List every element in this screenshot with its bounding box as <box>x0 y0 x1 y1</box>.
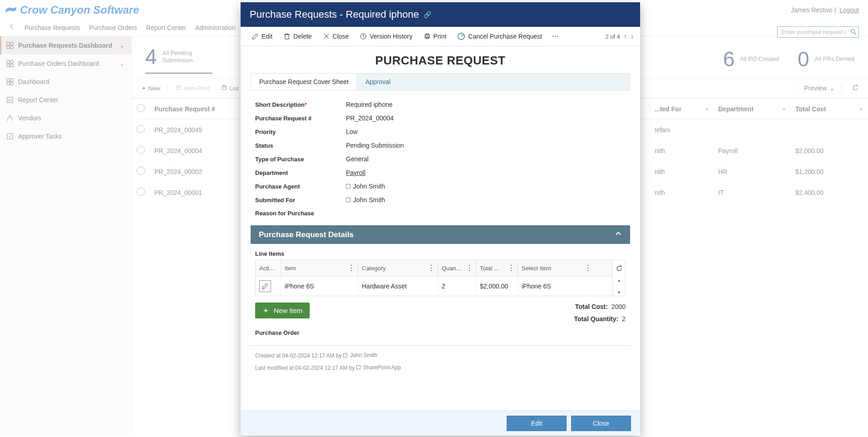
label-priority: Priority <box>255 129 346 135</box>
presence-icon <box>346 198 350 202</box>
total-qty-value: 2 <box>622 315 626 323</box>
label-for: Submitted For <box>255 197 346 204</box>
scroll-down-icon: ▾ <box>618 290 620 295</box>
new-item-button[interactable]: ＋New Item <box>255 303 310 318</box>
edit-row-icon[interactable] <box>259 280 271 292</box>
col-item[interactable]: Item⋮ <box>281 260 358 276</box>
cell-item: iPhone 6S <box>281 277 358 296</box>
edit-button[interactable]: Edit <box>247 31 277 42</box>
line-items-grid: Acti... Item⋮ Category⋮ Quan...⋮ Total .… <box>255 260 626 296</box>
column-menu-icon: ⋮ <box>584 266 592 270</box>
presence-icon <box>356 365 360 369</box>
value-type: General <box>346 155 626 163</box>
column-menu-icon: ⋮ <box>428 266 435 270</box>
pager: 2 of 4 ↑ ↓ <box>605 33 634 40</box>
print-button[interactable]: Print <box>419 31 451 42</box>
svg-rect-23 <box>285 35 289 39</box>
label-status: Status <box>255 142 346 149</box>
line-item-row[interactable]: iPhone 6S Hardware Asset 2 $2,000.00 iPh… <box>256 277 612 296</box>
cancel-pr-button[interactable]: Cancel Purchase Request <box>453 30 547 42</box>
presence-icon <box>346 184 350 189</box>
value-for: John Smith <box>346 196 626 204</box>
value-short-desc: Required iphone <box>346 101 626 108</box>
value-status: Pending Submission <box>346 142 626 149</box>
label-type: Type of Purchase <box>255 156 346 163</box>
pr-dialog: Purchase Requests - Required iphone 🔗 Ed… <box>241 2 640 436</box>
form-tabs: Purchase Request Cover Sheet Approval <box>251 73 630 90</box>
label-short-desc: Short Description <box>255 101 305 108</box>
column-menu-icon: ⋮ <box>508 266 515 270</box>
column-menu-icon: ⋮ <box>348 266 355 270</box>
meta-created: Created at 04-02-2024 12:17 AM by John S… <box>241 349 640 362</box>
tab-spacer <box>399 74 630 90</box>
version-history-button[interactable]: Version History <box>355 31 417 42</box>
col-total-cost[interactable]: Total ...⋮ <box>476 260 518 276</box>
form-title: PURCHASE REQUEST <box>241 54 640 68</box>
tab-approval[interactable]: Approval <box>357 74 399 90</box>
cell-cost: $2,000.00 <box>476 277 518 296</box>
dialog-footer: Edit Close <box>241 411 640 436</box>
col-category[interactable]: Category⋮ <box>358 260 438 276</box>
value-pr-num: PR_2024_00004 <box>346 114 626 122</box>
label-pr-num: Purchase Request # <box>255 115 346 122</box>
chevron-up-icon[interactable] <box>615 230 622 239</box>
cell-quantity: 2 <box>438 277 476 296</box>
section-title: Purchase Request Details <box>259 230 354 239</box>
pager-text: 2 of 4 <box>605 33 620 40</box>
dialog-title-text: Purchase Requests - Required iphone <box>250 9 419 20</box>
form-grid: Short Description*Required iphone Purcha… <box>241 98 640 220</box>
tab-cover-sheet[interactable]: Purchase Request Cover Sheet <box>251 74 357 90</box>
close-button[interactable]: Close <box>318 31 354 42</box>
purchase-order-label: Purchase Order <box>241 325 640 345</box>
meta-modified: Last modified at 04-02-2024 12:17 AM by … <box>241 362 640 374</box>
total-qty-label: Total Quantity: <box>574 315 618 323</box>
footer-edit-button[interactable]: Edit <box>507 416 567 431</box>
grid-scroll[interactable]: ▴▾ <box>612 277 625 296</box>
scroll-up-icon: ▴ <box>618 278 620 283</box>
more-icon[interactable]: ⋯ <box>548 31 562 42</box>
prev-icon[interactable]: ↑ <box>624 33 627 40</box>
total-cost-label: Total Cost: <box>575 303 608 310</box>
col-action[interactable]: Acti... <box>256 260 281 276</box>
delete-button[interactable]: Delete <box>279 31 316 42</box>
label-dept: Department <box>255 169 346 176</box>
cell-category: Hardware Asset <box>358 277 438 296</box>
svg-rect-30 <box>426 34 429 35</box>
value-priority: Low <box>346 128 626 135</box>
dialog-header: Purchase Requests - Required iphone 🔗 <box>241 2 640 27</box>
dialog-toolbar: Edit Delete Close Version History Print … <box>241 27 640 46</box>
value-agent: John Smith <box>346 183 626 190</box>
column-menu-icon: ⋮ <box>466 266 473 270</box>
totals: Total Cost:2000 Total Quantity:2 <box>559 301 640 325</box>
col-select-item[interactable]: Select Item⋮ <box>518 260 594 276</box>
value-dept[interactable]: Payroll <box>346 169 626 176</box>
col-quantity[interactable]: Quan...⋮ <box>438 260 476 276</box>
label-reason: Reason for Purchase <box>255 210 346 217</box>
label-agent: Purchase Agent <box>255 183 346 190</box>
cell-select-item: iPhone 6S <box>518 277 594 296</box>
section-header-details[interactable]: Purchase Request Details <box>251 225 630 244</box>
presence-icon <box>343 353 347 358</box>
dialog-body: PURCHASE REQUEST Purchase Request Cover … <box>241 46 640 411</box>
grid-refresh-icon[interactable] <box>612 260 625 277</box>
line-items-label: Line Items <box>241 250 640 257</box>
link-icon[interactable]: 🔗 <box>424 11 431 18</box>
footer-close-button[interactable]: Close <box>571 416 631 431</box>
next-icon[interactable]: ↓ <box>631 33 634 40</box>
total-cost-value: 2000 <box>612 303 626 310</box>
